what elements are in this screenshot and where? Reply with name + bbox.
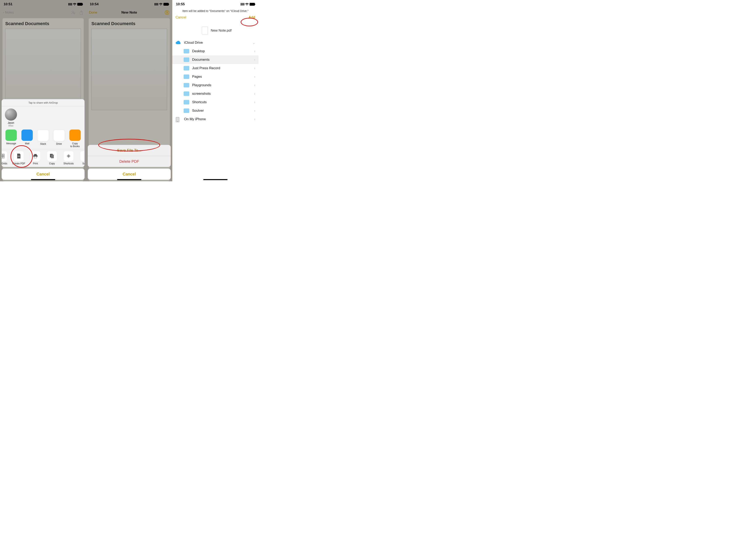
cancel-button[interactable]: Cancel <box>88 168 171 180</box>
nav-title: New Note <box>86 11 172 15</box>
avatar <box>5 108 17 121</box>
done-button[interactable]: Done <box>89 11 97 15</box>
cancel-button[interactable]: Cancel <box>176 15 186 19</box>
svg-rect-8 <box>51 155 54 158</box>
folder-soulver[interactable]: Soulver› <box>172 106 258 115</box>
grid-icon <box>2 151 7 161</box>
folder-label: Documents <box>192 58 210 62</box>
share-app-slack[interactable]: Slack <box>35 129 51 148</box>
status-time: 10:55 <box>176 2 185 6</box>
pdf-icon: PDF <box>14 151 24 161</box>
folder-icon <box>184 83 189 87</box>
cellular-icon <box>241 3 244 5</box>
wifi-icon <box>245 3 249 6</box>
folder-playgrounds[interactable]: Playgrounds› <box>172 81 258 89</box>
svg-rect-5 <box>34 154 37 155</box>
airdrop-target[interactable]: Jason iMac <box>5 108 17 127</box>
add-people-icon[interactable] <box>71 10 76 15</box>
cancel-button[interactable]: Cancel <box>2 168 85 180</box>
folder-label: Just Press Record <box>192 66 220 70</box>
nav-bar: ‹ Notes <box>0 8 86 17</box>
save-icon <box>80 151 85 161</box>
status-bar: 10:54 <box>86 2 172 7</box>
action-grids[interactable]: s & Grids <box>2 151 11 165</box>
action-print[interactable]: Print <box>27 151 44 165</box>
location-on-my-iphone[interactable]: On My iPhone › <box>172 115 258 123</box>
home-indicator[interactable] <box>203 179 228 180</box>
location-label: On My iPhone <box>184 117 206 121</box>
cellular-icon <box>68 3 72 5</box>
picker-header: Item will be added to "Documents" on "iC… <box>172 8 258 38</box>
folder-pages[interactable]: Pages› <box>172 72 258 81</box>
chevron-right-icon: › <box>254 49 255 53</box>
share-app-books[interactable]: Copy to Books <box>67 129 83 148</box>
file-name: New Note.pdf <box>211 29 232 33</box>
screen-file-picker: 10:55 Item will be added to "Documents" … <box>172 0 258 181</box>
screen-save-menu: 10:54 Done New Note Scanned Documents Sa… <box>86 0 172 181</box>
share-icon[interactable] <box>79 10 83 15</box>
action-shortcuts[interactable]: Shortcuts <box>60 151 77 165</box>
chevron-right-icon: › <box>254 92 255 96</box>
folder-documents[interactable]: Documents› <box>172 55 258 64</box>
folder-label: screenshots <box>192 92 211 96</box>
action-save[interactable]: Save <box>77 151 85 165</box>
airdrop-prompt: Tap to share with AirDrop <box>2 99 85 106</box>
chevron-right-icon: › <box>254 83 255 87</box>
print-icon <box>31 151 40 161</box>
action-menu: Save File To... Delete PDF Cancel <box>88 145 171 180</box>
picker-hint: Item will be added to "Documents" on "iC… <box>176 9 255 13</box>
chevron-right-icon: › <box>254 117 255 121</box>
folder-label: Shortcuts <box>192 100 207 104</box>
action-menu-card: Save File To... Delete PDF <box>88 145 171 167</box>
wifi-icon <box>73 3 76 6</box>
folder-icon <box>184 74 189 79</box>
chevron-down-icon: ⌄ <box>252 41 255 45</box>
shortcuts-icon <box>64 151 73 161</box>
markup-icon[interactable] <box>165 10 169 15</box>
battery-icon <box>250 3 255 6</box>
add-button[interactable]: Add <box>249 15 255 19</box>
status-indicators <box>68 3 83 6</box>
status-bar: 10:51 <box>0 2 86 7</box>
file-preview-row: New Note.pdf <box>198 24 255 37</box>
action-create-pdf[interactable]: PDFCreate PDF <box>11 151 27 165</box>
svg-point-11 <box>177 121 178 122</box>
status-indicators <box>241 3 255 6</box>
delete-pdf-button[interactable]: Delete PDF <box>88 156 171 167</box>
folder-icon <box>184 49 189 53</box>
folder-desktop[interactable]: Desktop› <box>172 47 258 55</box>
save-file-to-button[interactable]: Save File To... <box>88 145 171 156</box>
home-indicator[interactable] <box>117 179 141 180</box>
folder-just-press-record[interactable]: Just Press Record› <box>172 64 258 72</box>
location-label: iCloud Drive <box>184 41 203 45</box>
file-icon <box>202 27 208 34</box>
share-apps-row: Message Mail Slack Drive Copy to Books <box>2 128 85 149</box>
nav-bar: Done New Note <box>86 8 172 17</box>
icloud-icon <box>176 40 181 45</box>
cellular-icon <box>155 3 158 5</box>
status-indicators <box>155 3 169 6</box>
folder-label: Playgrounds <box>192 83 211 87</box>
airdrop-name: Jason <box>5 121 17 124</box>
share-sheet: Tap to share with AirDrop Jason iMac Mes… <box>2 99 85 180</box>
battery-icon <box>77 3 83 6</box>
back-button[interactable]: ‹ Notes <box>3 11 14 15</box>
chevron-right-icon: › <box>254 100 255 104</box>
battery-icon <box>163 3 169 6</box>
share-app-message[interactable]: Message <box>3 129 19 148</box>
share-app-drive[interactable]: Drive <box>51 129 67 148</box>
status-bar: 10:55 <box>172 2 258 7</box>
status-time: 10:51 <box>4 2 12 6</box>
chevron-right-icon: › <box>254 58 255 62</box>
folder-shortcuts[interactable]: Shortcuts› <box>172 98 258 106</box>
wifi-icon <box>159 3 163 6</box>
home-indicator[interactable] <box>31 179 55 180</box>
folder-label: Pages <box>192 75 202 79</box>
svg-text:PDF: PDF <box>18 156 20 157</box>
action-copy[interactable]: Copy <box>44 151 60 165</box>
location-icloud-drive[interactable]: iCloud Drive ⌄ <box>172 38 258 47</box>
folder-screenshots[interactable]: screenshots› <box>172 89 258 98</box>
share-app-mail[interactable]: Mail <box>19 129 35 148</box>
iphone-icon <box>176 117 181 121</box>
folder-icon <box>184 91 189 96</box>
